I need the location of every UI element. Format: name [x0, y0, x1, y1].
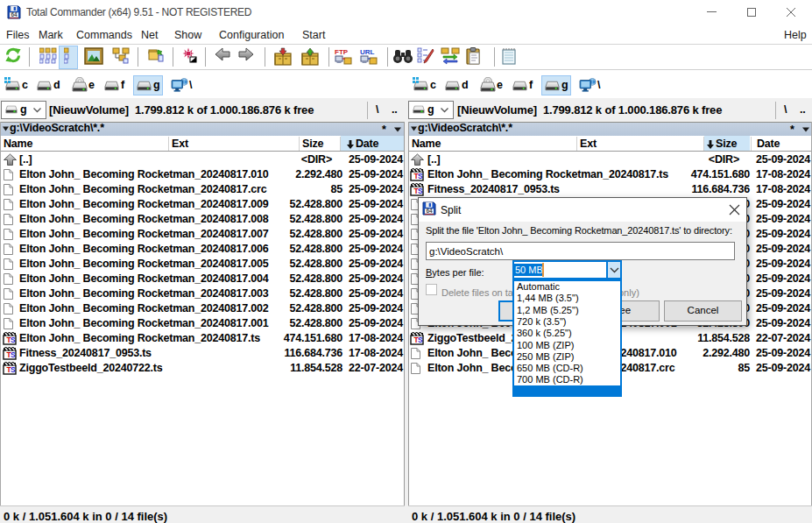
svg-text:FTP: FTP: [335, 48, 349, 56]
svg-text:URL: URL: [360, 48, 375, 56]
svg-text:64: 64: [11, 11, 18, 18]
svg-text:S: S: [11, 365, 16, 374]
svg-text:S: S: [11, 350, 16, 359]
svg-text:S: S: [11, 336, 16, 344]
svg-text:S: S: [418, 172, 423, 180]
svg-text:S: S: [418, 336, 423, 344]
svg-text:64: 64: [426, 208, 433, 214]
svg-text:S: S: [418, 187, 423, 195]
